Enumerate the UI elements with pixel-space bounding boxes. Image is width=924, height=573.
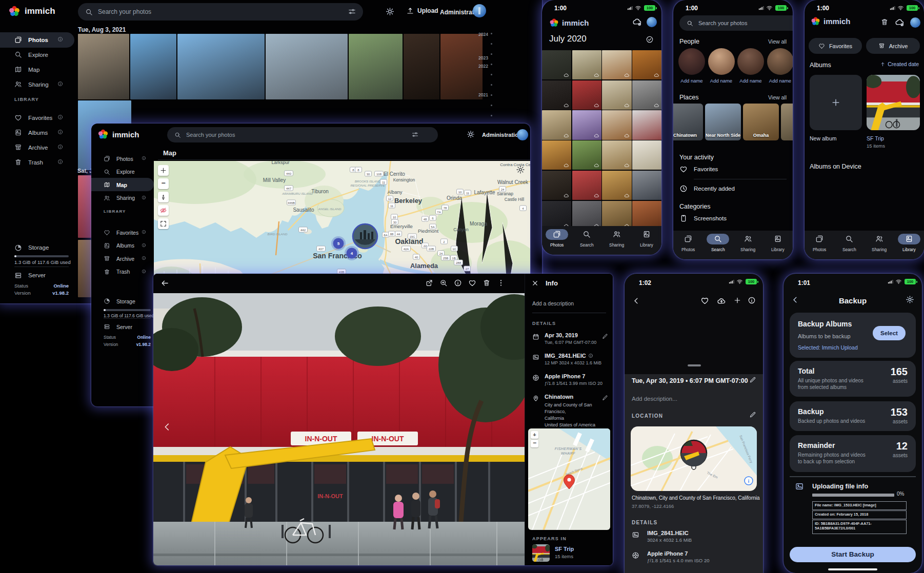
place-tile[interactable]: Near North Side: [705, 104, 741, 140]
info-icon[interactable]: [454, 279, 462, 287]
backup-status-icon[interactable]: [895, 17, 905, 27]
info-icon[interactable]: [142, 269, 146, 274]
search-input[interactable]: Search your photos: [167, 127, 438, 142]
immich-logo[interactable]: immich: [8, 5, 55, 17]
home-indicator[interactable]: [828, 568, 877, 570]
previous-photo-icon[interactable]: [162, 421, 173, 433]
nav-item-sharing[interactable]: Sharing: [865, 231, 894, 259]
nav-item-library[interactable]: Library: [764, 231, 792, 259]
nav-item-photos[interactable]: Photos: [674, 231, 702, 259]
sidebar-item-archive[interactable]: Archive: [104, 255, 134, 262]
photo-grid-tile[interactable]: [572, 110, 601, 139]
info-icon[interactable]: [142, 230, 146, 234]
photo-grid-tile[interactable]: [602, 171, 631, 200]
info-icon[interactable]: [57, 129, 63, 135]
album-name[interactable]: SF Trip: [555, 546, 574, 552]
timeline-year[interactable]: 2024: [478, 32, 488, 37]
description-field[interactable]: Add a description: [532, 300, 574, 306]
start-backup-button[interactable]: Start Backup: [790, 547, 916, 562]
photo-thumbnail[interactable]: [78, 34, 129, 99]
photo-grid-tile[interactable]: [632, 140, 661, 170]
sidebar-item-sharing[interactable]: Sharing: [14, 80, 49, 88]
place-tile[interactable]: Omaha: [743, 104, 779, 140]
info-icon[interactable]: [57, 144, 63, 150]
info-icon[interactable]: [57, 159, 63, 165]
info-icon[interactable]: [57, 36, 63, 42]
category-item-screenshots[interactable]: Screenshots: [694, 215, 727, 221]
archive-button[interactable]: Archive: [866, 38, 920, 54]
location-map[interactable]: San Francisco Ferry The Em i: [631, 426, 757, 491]
photo-grid-tile[interactable]: [542, 171, 571, 200]
photo-thumbnail[interactable]: [266, 34, 348, 99]
avatar[interactable]: [517, 129, 528, 140]
edit-date-icon[interactable]: [602, 333, 608, 339]
place-tile[interactable]: Pi: [781, 104, 793, 140]
search-filter-icon[interactable]: [348, 7, 356, 16]
map-bearing-button[interactable]: [158, 192, 169, 202]
backup-status-icon[interactable]: [632, 17, 642, 27]
photo-grid-tile[interactable]: [602, 80, 631, 110]
photo-grid-tile[interactable]: [632, 110, 661, 139]
new-album-card[interactable]: [810, 75, 862, 130]
sidebar-item-map[interactable]: Map: [14, 66, 39, 73]
add-name-link[interactable]: Add name: [763, 78, 793, 84]
nav-item-library[interactable]: Library: [895, 231, 923, 259]
theme-toggle-icon[interactable]: [467, 130, 475, 138]
edit-location-icon[interactable]: [749, 411, 756, 418]
edit-location-icon[interactable]: [602, 395, 608, 401]
photo-grid-tile[interactable]: [572, 140, 601, 170]
sidebar-item-sharing[interactable]: Sharing: [104, 195, 135, 201]
nav-item-sharing[interactable]: Sharing: [734, 231, 762, 259]
photo-grid-tile[interactable]: [542, 80, 571, 110]
map-zoom-in-button[interactable]: [158, 165, 169, 176]
photo-grid-tile[interactable]: [602, 140, 631, 170]
nav-item-search[interactable]: Search: [572, 226, 601, 255]
administration-link[interactable]: Administration: [482, 132, 522, 138]
nav-item-library[interactable]: Library: [632, 226, 661, 255]
file-info-icon[interactable]: [588, 353, 593, 358]
map-fullscreen-button[interactable]: [158, 218, 169, 229]
info-icon[interactable]: [748, 296, 756, 304]
photo-thumbnail[interactable]: [440, 34, 483, 99]
sidebar-item-trash[interactable]: Trash: [104, 269, 130, 275]
timeline-year[interactable]: 2021: [478, 92, 488, 97]
album-thumbnail[interactable]: [532, 544, 550, 562]
photo-grid-tile[interactable]: [602, 201, 631, 227]
upload-icon[interactable]: [717, 296, 726, 305]
timeline-year[interactable]: 2022: [478, 64, 488, 69]
photo-grid-tile[interactable]: [572, 171, 601, 200]
share-icon[interactable]: [425, 279, 433, 287]
person-face[interactable]: [767, 48, 793, 75]
immich-logo[interactable]: immich: [97, 129, 139, 140]
photo-grid-tile[interactable]: [602, 110, 631, 139]
info-icon[interactable]: [142, 243, 146, 248]
activity-item-favorites[interactable]: Favorites: [694, 166, 718, 172]
person-face[interactable]: [678, 48, 705, 75]
timeline-dot[interactable]: [491, 84, 492, 86]
nav-item-sharing[interactable]: Sharing: [602, 226, 631, 255]
select-button[interactable]: Select: [873, 326, 906, 340]
close-icon[interactable]: [531, 279, 539, 287]
info-icon[interactable]: [57, 114, 63, 120]
timeline-dot[interactable]: [491, 115, 492, 116]
sidebar-item-albums[interactable]: Albums: [14, 129, 48, 136]
photo-grid-tile[interactable]: [542, 50, 571, 79]
places-view-all[interactable]: View all: [768, 94, 787, 100]
photo-grid-tile[interactable]: [542, 201, 571, 227]
back-icon[interactable]: [160, 279, 169, 288]
timeline-dot[interactable]: [491, 33, 492, 34]
album-sort-button[interactable]: Created date: [880, 61, 919, 67]
photo-grid-tile[interactable]: [632, 201, 661, 227]
info-icon[interactable]: [142, 195, 146, 200]
photo-grid-tile[interactable]: [632, 50, 661, 79]
people-view-all[interactable]: View all: [768, 38, 787, 45]
photo-thumbnail[interactable]: [78, 240, 91, 297]
photo-grid-tile[interactable]: [542, 140, 571, 170]
theme-toggle-icon[interactable]: [386, 7, 394, 16]
photo-grid-tile[interactable]: [572, 201, 601, 227]
timeline-dot[interactable]: [491, 94, 492, 96]
nav-item-photos[interactable]: Photos: [805, 231, 834, 259]
favorites-button[interactable]: Favorites: [809, 38, 862, 54]
album-card-sf-trip[interactable]: [867, 75, 920, 130]
timeline-dot[interactable]: [491, 64, 492, 65]
